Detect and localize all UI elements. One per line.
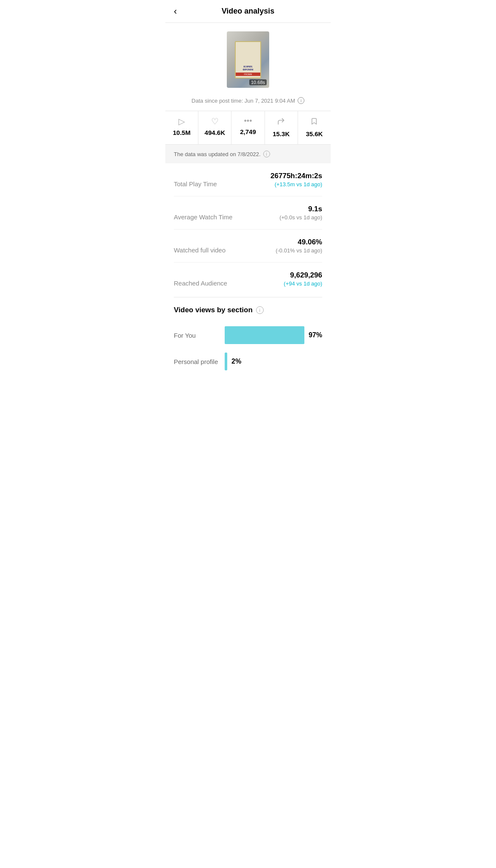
watched-full-value: 49.06%: [276, 238, 322, 246]
for-you-percent: 97%: [309, 331, 322, 339]
update-banner: The data was updated on 7/8/2022. i: [165, 145, 331, 163]
likes-value: 494.6K: [205, 129, 225, 136]
chart-section: Video views by section i For You 97% Per…: [165, 297, 331, 389]
saves-value: 35.6K: [306, 130, 323, 137]
stat-plays: ▷ 10.5M: [165, 111, 198, 144]
metric-watched-full: Watched full video 49.06% (-0.01% vs 1d …: [174, 230, 322, 263]
stat-likes: ♡ 494.6K: [198, 111, 231, 144]
metric-avg-watch-time: Average Watch Time 9.1s (+0.0s vs 1d ago…: [174, 196, 322, 230]
heart-icon: ♡: [211, 117, 219, 126]
watched-full-label: Watched full video: [174, 246, 226, 254]
avg-watch-time-label: Average Watch Time: [174, 213, 232, 221]
chart-item-personal-profile: Personal profile 2%: [174, 353, 322, 370]
stat-comments: ••• 2,749: [231, 111, 265, 144]
total-play-time-value: 26775h:24m:2s: [270, 172, 322, 180]
duration-badge: 10.68s: [249, 79, 267, 85]
book-cover: НЭРИХФРОММ FROMM: [235, 41, 261, 78]
for-you-label: For You: [174, 332, 225, 339]
reached-audience-label: Reached Audience: [174, 280, 227, 287]
reached-audience-change: (+94 vs 1d ago): [284, 280, 322, 287]
stats-row: ▷ 10.5M ♡ 494.6K ••• 2,749 15.3K 35.6K: [165, 111, 331, 145]
bookmark-icon: [310, 117, 318, 127]
comments-value: 2,749: [240, 128, 256, 135]
for-you-bar: [225, 326, 304, 344]
chart-item-for-you: For You 97%: [174, 326, 322, 344]
total-play-time-change: (+13.5m vs 1d ago): [270, 181, 322, 188]
stat-shares: 15.3K: [265, 111, 298, 144]
share-icon: [277, 117, 285, 127]
chart-info-icon[interactable]: i: [256, 306, 264, 314]
thumbnail-image: НЭРИХФРОММ FROMM 10.68s: [227, 31, 269, 88]
watched-full-change: (-0.01% vs 1d ago): [276, 247, 322, 254]
reached-audience-value: 9,629,296: [284, 271, 322, 280]
comment-icon: •••: [244, 117, 252, 125]
total-play-time-label: Total Play Time: [174, 180, 217, 188]
avg-watch-time-change: (+0.0s vs 1d ago): [279, 214, 322, 221]
chart-title: Video views by section: [174, 306, 253, 314]
header: ‹ Video analysis: [165, 0, 331, 23]
personal-profile-bar: [225, 353, 227, 370]
metrics-section: Total Play Time 26775h:24m:2s (+13.5m vs…: [165, 163, 331, 295]
avg-watch-time-value: 9.1s: [279, 205, 322, 213]
update-info-icon[interactable]: i: [263, 151, 270, 157]
plays-value: 10.5M: [173, 129, 191, 136]
personal-profile-label: Personal profile: [174, 358, 225, 365]
metric-reached-audience: Reached Audience 9,629,296 (+94 vs 1d ag…: [174, 263, 322, 295]
video-thumbnail[interactable]: НЭРИХФРОММ FROMM 10.68s: [227, 31, 269, 88]
date-info: Data since post time: Jun 7, 2021 9:04 A…: [165, 93, 331, 111]
play-icon: ▷: [178, 117, 185, 126]
metric-total-play-time: Total Play Time 26775h:24m:2s (+13.5m vs…: [174, 163, 322, 196]
update-text: The data was updated on 7/8/2022.: [174, 151, 261, 157]
shares-value: 15.3K: [273, 130, 290, 137]
page-title: Video analysis: [222, 7, 275, 16]
thumbnail-section: НЭРИХФРОММ FROMM 10.68s: [165, 23, 331, 93]
date-info-icon[interactable]: i: [298, 97, 304, 104]
stat-saves: 35.6K: [298, 111, 331, 144]
personal-profile-percent: 2%: [231, 358, 241, 365]
back-button[interactable]: ‹: [172, 4, 178, 19]
